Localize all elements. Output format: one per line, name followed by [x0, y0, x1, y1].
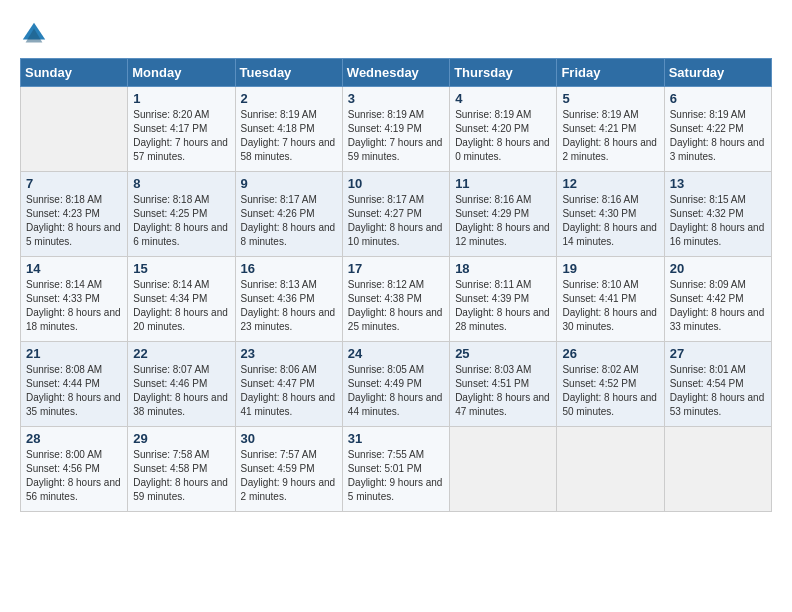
sunrise-label: Sunrise: 8:19 AM: [562, 109, 638, 120]
day-number: 23: [241, 346, 337, 361]
sunrise-label: Sunrise: 8:06 AM: [241, 364, 317, 375]
day-number: 19: [562, 261, 658, 276]
sunrise-label: Sunrise: 8:05 AM: [348, 364, 424, 375]
day-info: Sunrise: 8:11 AM Sunset: 4:39 PM Dayligh…: [455, 278, 551, 334]
day-number: 16: [241, 261, 337, 276]
calendar-table: SundayMondayTuesdayWednesdayThursdayFrid…: [20, 58, 772, 512]
day-number: 4: [455, 91, 551, 106]
daylight-label: Daylight: 8 hours and 2 minutes.: [562, 137, 657, 162]
daylight-label: Daylight: 8 hours and 12 minutes.: [455, 222, 550, 247]
day-info: Sunrise: 8:19 AM Sunset: 4:20 PM Dayligh…: [455, 108, 551, 164]
day-number: 30: [241, 431, 337, 446]
sunrise-label: Sunrise: 8:19 AM: [455, 109, 531, 120]
column-header-tuesday: Tuesday: [235, 59, 342, 87]
sunrise-label: Sunrise: 8:14 AM: [26, 279, 102, 290]
day-number: 6: [670, 91, 766, 106]
day-cell: 13 Sunrise: 8:15 AM Sunset: 4:32 PM Dayl…: [664, 172, 771, 257]
logo-icon: [20, 20, 48, 48]
day-info: Sunrise: 8:18 AM Sunset: 4:23 PM Dayligh…: [26, 193, 122, 249]
sunset-label: Sunset: 4:18 PM: [241, 123, 315, 134]
day-number: 27: [670, 346, 766, 361]
day-info: Sunrise: 8:17 AM Sunset: 4:27 PM Dayligh…: [348, 193, 444, 249]
daylight-label: Daylight: 8 hours and 5 minutes.: [26, 222, 121, 247]
day-info: Sunrise: 8:14 AM Sunset: 4:33 PM Dayligh…: [26, 278, 122, 334]
day-cell: [557, 427, 664, 512]
day-info: Sunrise: 8:00 AM Sunset: 4:56 PM Dayligh…: [26, 448, 122, 504]
daylight-label: Daylight: 8 hours and 47 minutes.: [455, 392, 550, 417]
day-info: Sunrise: 8:01 AM Sunset: 4:54 PM Dayligh…: [670, 363, 766, 419]
sunset-label: Sunset: 4:41 PM: [562, 293, 636, 304]
day-cell: 28 Sunrise: 8:00 AM Sunset: 4:56 PM Dayl…: [21, 427, 128, 512]
day-cell: 31 Sunrise: 7:55 AM Sunset: 5:01 PM Dayl…: [342, 427, 449, 512]
daylight-label: Daylight: 8 hours and 33 minutes.: [670, 307, 765, 332]
column-header-sunday: Sunday: [21, 59, 128, 87]
sunset-label: Sunset: 4:44 PM: [26, 378, 100, 389]
sunset-label: Sunset: 4:27 PM: [348, 208, 422, 219]
day-cell: 8 Sunrise: 8:18 AM Sunset: 4:25 PM Dayli…: [128, 172, 235, 257]
sunset-label: Sunset: 4:54 PM: [670, 378, 744, 389]
sunset-label: Sunset: 4:39 PM: [455, 293, 529, 304]
sunrise-label: Sunrise: 8:02 AM: [562, 364, 638, 375]
daylight-label: Daylight: 8 hours and 59 minutes.: [133, 477, 228, 502]
sunset-label: Sunset: 4:30 PM: [562, 208, 636, 219]
day-number: 22: [133, 346, 229, 361]
sunrise-label: Sunrise: 7:57 AM: [241, 449, 317, 460]
sunrise-label: Sunrise: 8:01 AM: [670, 364, 746, 375]
sunrise-label: Sunrise: 8:18 AM: [133, 194, 209, 205]
sunrise-label: Sunrise: 7:55 AM: [348, 449, 424, 460]
day-number: 17: [348, 261, 444, 276]
sunset-label: Sunset: 4:19 PM: [348, 123, 422, 134]
sunrise-label: Sunrise: 8:03 AM: [455, 364, 531, 375]
sunset-label: Sunset: 4:56 PM: [26, 463, 100, 474]
day-number: 1: [133, 91, 229, 106]
sunset-label: Sunset: 4:29 PM: [455, 208, 529, 219]
day-info: Sunrise: 8:02 AM Sunset: 4:52 PM Dayligh…: [562, 363, 658, 419]
day-cell: 6 Sunrise: 8:19 AM Sunset: 4:22 PM Dayli…: [664, 87, 771, 172]
day-number: 12: [562, 176, 658, 191]
sunset-label: Sunset: 4:33 PM: [26, 293, 100, 304]
sunset-label: Sunset: 4:22 PM: [670, 123, 744, 134]
day-info: Sunrise: 8:19 AM Sunset: 4:19 PM Dayligh…: [348, 108, 444, 164]
sunrise-label: Sunrise: 8:00 AM: [26, 449, 102, 460]
day-cell: 30 Sunrise: 7:57 AM Sunset: 4:59 PM Dayl…: [235, 427, 342, 512]
week-row-3: 14 Sunrise: 8:14 AM Sunset: 4:33 PM Dayl…: [21, 257, 772, 342]
sunset-label: Sunset: 4:32 PM: [670, 208, 744, 219]
daylight-label: Daylight: 7 hours and 58 minutes.: [241, 137, 336, 162]
day-info: Sunrise: 8:08 AM Sunset: 4:44 PM Dayligh…: [26, 363, 122, 419]
day-number: 10: [348, 176, 444, 191]
daylight-label: Daylight: 8 hours and 35 minutes.: [26, 392, 121, 417]
header-row: SundayMondayTuesdayWednesdayThursdayFrid…: [21, 59, 772, 87]
day-cell: 23 Sunrise: 8:06 AM Sunset: 4:47 PM Dayl…: [235, 342, 342, 427]
day-number: 18: [455, 261, 551, 276]
day-number: 8: [133, 176, 229, 191]
day-cell: 18 Sunrise: 8:11 AM Sunset: 4:39 PM Dayl…: [450, 257, 557, 342]
sunrise-label: Sunrise: 8:19 AM: [670, 109, 746, 120]
day-cell: 3 Sunrise: 8:19 AM Sunset: 4:19 PM Dayli…: [342, 87, 449, 172]
day-info: Sunrise: 8:12 AM Sunset: 4:38 PM Dayligh…: [348, 278, 444, 334]
daylight-label: Daylight: 8 hours and 16 minutes.: [670, 222, 765, 247]
daylight-label: Daylight: 8 hours and 8 minutes.: [241, 222, 336, 247]
sunrise-label: Sunrise: 8:12 AM: [348, 279, 424, 290]
daylight-label: Daylight: 8 hours and 30 minutes.: [562, 307, 657, 332]
day-cell: 7 Sunrise: 8:18 AM Sunset: 4:23 PM Dayli…: [21, 172, 128, 257]
sunrise-label: Sunrise: 7:58 AM: [133, 449, 209, 460]
daylight-label: Daylight: 9 hours and 5 minutes.: [348, 477, 443, 502]
day-info: Sunrise: 7:55 AM Sunset: 5:01 PM Dayligh…: [348, 448, 444, 504]
daylight-label: Daylight: 7 hours and 57 minutes.: [133, 137, 228, 162]
sunrise-label: Sunrise: 8:13 AM: [241, 279, 317, 290]
day-info: Sunrise: 8:16 AM Sunset: 4:30 PM Dayligh…: [562, 193, 658, 249]
daylight-label: Daylight: 8 hours and 20 minutes.: [133, 307, 228, 332]
day-info: Sunrise: 8:06 AM Sunset: 4:47 PM Dayligh…: [241, 363, 337, 419]
sunrise-label: Sunrise: 8:08 AM: [26, 364, 102, 375]
sunset-label: Sunset: 4:52 PM: [562, 378, 636, 389]
page-header: [20, 20, 772, 48]
column-header-friday: Friday: [557, 59, 664, 87]
day-cell: 10 Sunrise: 8:17 AM Sunset: 4:27 PM Dayl…: [342, 172, 449, 257]
day-cell: 24 Sunrise: 8:05 AM Sunset: 4:49 PM Dayl…: [342, 342, 449, 427]
sunset-label: Sunset: 4:21 PM: [562, 123, 636, 134]
day-cell: 11 Sunrise: 8:16 AM Sunset: 4:29 PM Dayl…: [450, 172, 557, 257]
sunrise-label: Sunrise: 8:19 AM: [241, 109, 317, 120]
sunrise-label: Sunrise: 8:17 AM: [241, 194, 317, 205]
sunrise-label: Sunrise: 8:16 AM: [455, 194, 531, 205]
day-info: Sunrise: 8:19 AM Sunset: 4:22 PM Dayligh…: [670, 108, 766, 164]
